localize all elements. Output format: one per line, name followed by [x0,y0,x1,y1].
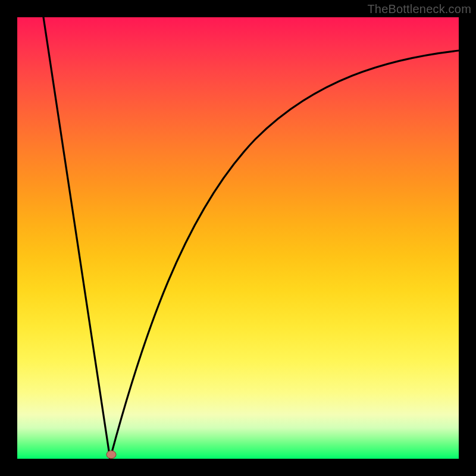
minimum-marker [107,451,116,459]
plot-area [17,17,459,459]
curve-left [43,17,110,459]
chart-svg [17,17,459,459]
curve-right [110,51,459,459]
chart-container: TheBottleneck.com [0,0,476,476]
watermark-text: TheBottleneck.com [367,2,471,16]
